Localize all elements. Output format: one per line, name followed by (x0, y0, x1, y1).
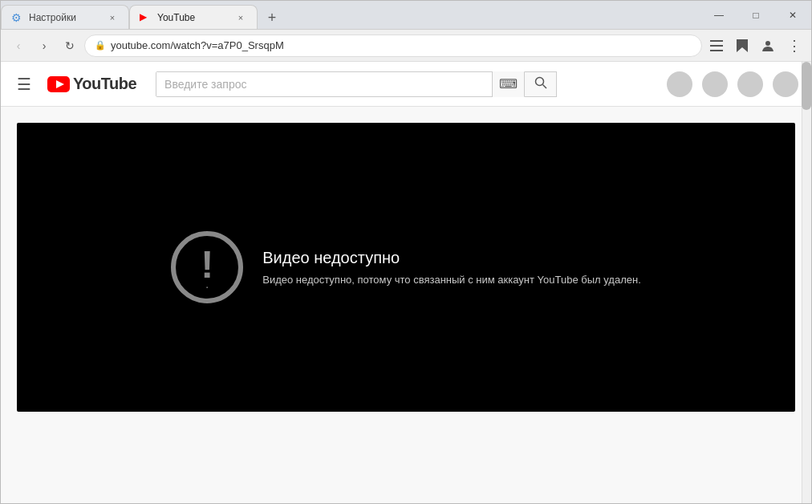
youtube-logo[interactable]: YouTube (47, 75, 136, 93)
svg-line-8 (542, 85, 546, 89)
lock-icon: 🔒 (95, 40, 106, 51)
svg-point-4 (765, 41, 770, 46)
maximize-button[interactable]: □ (737, 1, 774, 30)
more-options-icon[interactable]: ⋮ (782, 35, 805, 57)
title-bar: ⚙ Настройки × ▶ YouTube × + — □ ✕ (1, 1, 811, 30)
tab-youtube[interactable]: ▶ YouTube × (129, 5, 258, 29)
svg-rect-1 (710, 45, 723, 47)
scrollbar-track (802, 62, 811, 503)
youtube-tab-icon: ▶ (140, 11, 152, 24)
video-player: ! . Видео недоступно Видео недоступно, п… (17, 123, 795, 412)
forward-icon: › (43, 39, 47, 52)
error-text: Видео недоступно Видео недоступно, потом… (262, 249, 641, 286)
address-right-icons: ⋮ (705, 35, 805, 57)
page-content: ☰ YouTube ⌨ (1, 62, 811, 503)
error-icon: ! . (171, 231, 243, 303)
video-error-container: ! . Видео недоступно Видео недоступно, п… (171, 231, 641, 303)
youtube-tab-close[interactable]: × (234, 11, 247, 24)
address-bar: ‹ › ↻ 🔒 youtube.com/watch?v=a7P0_SrsqpM (1, 30, 811, 62)
youtube-logo-icon (47, 76, 70, 92)
youtube-logo-text: YouTube (73, 75, 136, 93)
exclamation-mark: ! (201, 246, 213, 284)
user-avatar-2[interactable] (702, 71, 728, 97)
window-controls: — □ ✕ (700, 1, 811, 30)
svg-rect-0 (710, 40, 723, 42)
hamburger-menu-icon[interactable] (705, 35, 728, 57)
refresh-button[interactable]: ↻ (59, 35, 81, 57)
minimize-button[interactable]: — (700, 1, 737, 30)
error-description: Видео недоступно, потому что связанный с… (262, 274, 641, 286)
user-avatar-1[interactable] (667, 71, 692, 97)
youtube-header: ☰ YouTube ⌨ (1, 62, 811, 107)
close-button[interactable]: ✕ (774, 1, 811, 30)
scrollbar-thumb[interactable] (802, 62, 811, 110)
video-area: ! . Видео недоступно Видео недоступно, п… (1, 107, 811, 503)
keyboard-icon: ⌨ (499, 76, 518, 91)
svg-point-7 (535, 78, 543, 86)
youtube-tab-title: YouTube (157, 12, 229, 23)
search-input-wrap[interactable]: ⌨ (156, 71, 525, 97)
dot-mark: . (206, 281, 209, 290)
tabs-container: ⚙ Настройки × ▶ YouTube × + (1, 1, 283, 29)
bookmark-icon[interactable] (731, 35, 753, 57)
keyboard-button[interactable]: ⌨ (492, 71, 524, 97)
address-text: youtube.com/watch?v=a7P0_SrsqpM (111, 39, 692, 51)
svg-marker-3 (737, 39, 748, 52)
settings-tab-icon: ⚙ (11, 11, 24, 24)
error-title: Видео недоступно (262, 249, 641, 267)
svg-rect-2 (710, 50, 723, 51)
search-area: ⌨ (156, 71, 557, 97)
browser-window: ⚙ Настройки × ▶ YouTube × + — □ ✕ ‹ › (0, 0, 812, 504)
user-avatar-4[interactable] (773, 71, 798, 97)
hamburger-menu-button[interactable]: ☰ (14, 71, 35, 97)
search-button[interactable] (525, 71, 557, 97)
account-icon[interactable] (757, 35, 779, 57)
search-input[interactable] (156, 72, 492, 96)
youtube-header-right (667, 71, 798, 97)
settings-tab-title: Настройки (29, 12, 101, 23)
back-button[interactable]: ‹ (7, 35, 30, 57)
tab-settings[interactable]: ⚙ Настройки × (1, 5, 129, 29)
new-tab-button[interactable]: + (261, 6, 283, 29)
video-main: ! . Видео недоступно Видео недоступно, п… (17, 123, 795, 487)
back-icon: ‹ (17, 39, 21, 52)
forward-button[interactable]: › (33, 35, 55, 57)
settings-tab-close[interactable]: × (106, 11, 119, 24)
refresh-icon: ↻ (65, 39, 75, 52)
address-input-wrap[interactable]: 🔒 youtube.com/watch?v=a7P0_SrsqpM (84, 35, 702, 57)
user-avatar-3[interactable] (737, 71, 763, 97)
dots-icon: ⋮ (787, 37, 801, 55)
search-icon (534, 76, 547, 89)
